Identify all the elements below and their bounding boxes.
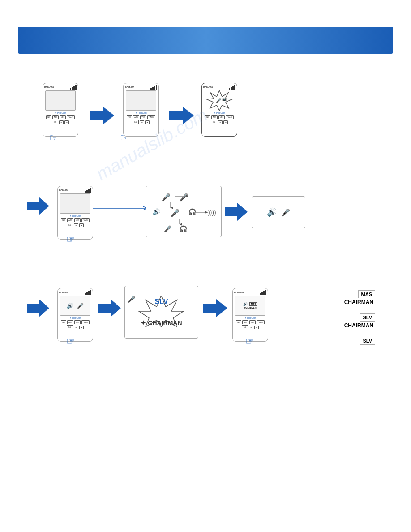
plus-btn[interactable]: + — [79, 326, 84, 329]
yes-btn[interactable]: YES — [60, 115, 66, 119]
svg-marker-27 — [203, 299, 227, 317]
talk-btn[interactable]: TALK — [226, 115, 234, 119]
no-btn[interactable]: NO — [236, 320, 241, 324]
abs-btn[interactable]: ABS — [67, 218, 73, 222]
yes-btn[interactable]: YES — [74, 218, 81, 222]
hand-pointer-2: ☞ — [120, 132, 129, 144]
buttons-row2: 0J2 − + — [67, 325, 84, 329]
0j2-btn[interactable]: 0J2 — [242, 325, 248, 329]
screen-content: 🔊 🎤 — [267, 207, 290, 217]
model-label: PCM-100 — [125, 86, 134, 89]
bar4 — [75, 85, 77, 90]
yes-btn[interactable]: YES — [249, 320, 256, 324]
bar3 — [88, 189, 90, 193]
yes-btn[interactable]: YES — [74, 320, 81, 324]
device-screen-5: 🔊 🎤 — [60, 296, 90, 316]
bar2 — [86, 292, 88, 295]
connection-line — [93, 199, 147, 217]
abs-btn[interactable]: ABS — [242, 320, 248, 324]
0j2-btn[interactable]: 0J2 — [133, 120, 139, 124]
no-btn[interactable]: NO — [61, 218, 66, 222]
model-label: PCM-100 — [44, 86, 54, 89]
slv-label-box-2: SLV — [360, 337, 375, 345]
mas-label-box: MAS — [358, 290, 375, 298]
bar4 — [90, 290, 91, 295]
model-label: PCM-100 — [59, 189, 68, 192]
device-screen — [45, 90, 76, 111]
device-top-row: PCM-100 — [44, 85, 77, 90]
svg-text:🔊: 🔊 — [153, 208, 161, 216]
minus-btn[interactable]: − — [74, 326, 78, 329]
pcm-device-2: PCM-100 ✦ PicoCast NO ABS YES TALK 0J2 −… — [123, 83, 159, 137]
talk-btn[interactable]: TALK — [147, 115, 155, 119]
bar4 — [156, 85, 157, 90]
abs-btn[interactable]: ABS — [133, 115, 139, 119]
plus-btn[interactable]: + — [79, 223, 84, 227]
burst-content: SLV ✦ CHAIRMAN — [141, 298, 182, 326]
model-label: PCM-100 — [203, 86, 213, 89]
svg-text:🎤: 🎤 — [216, 98, 222, 103]
talk-btn[interactable]: TALK — [81, 218, 90, 222]
plus-btn[interactable]: + — [64, 120, 69, 124]
pcm-device-6: PCM-100 🔊 MAS CHAIRMAN ✦ PicoCast NO ABS… — [232, 288, 268, 342]
model-label: PCM-100 — [234, 291, 244, 294]
minus-btn[interactable]: − — [140, 120, 144, 124]
picocast-logo: ✦ PicoCast — [69, 215, 81, 217]
slv-burst-label: SLV — [155, 298, 168, 306]
device-top-row: PCM-100 — [59, 188, 91, 193]
pcm-device-1: PCM-100 ✦ PicoCast NO ABS YES TALK 0J2 −… — [43, 83, 78, 137]
buttons-row2: 0J2 − + — [211, 120, 228, 124]
buttons-row2: 0J2 − + — [133, 120, 150, 124]
talk-btn[interactable]: TALK — [257, 320, 265, 324]
device-screen — [126, 90, 156, 111]
no-btn[interactable]: NO — [61, 320, 66, 324]
minus-btn[interactable]: − — [74, 223, 78, 227]
svg-text:)))): )))) — [208, 209, 216, 216]
screen-row1: 🔊 MAS — [243, 302, 257, 306]
screen-speaker: 🔊 — [67, 303, 73, 309]
bar1 — [85, 191, 86, 193]
0j2-btn[interactable]: 0J2 — [67, 223, 73, 227]
no-btn[interactable]: NO — [127, 115, 132, 119]
hand-pointer-5: ☞ — [66, 336, 75, 348]
minus-btn[interactable]: − — [249, 326, 253, 329]
abs-btn[interactable]: ABS — [67, 320, 73, 324]
arrow-6 — [98, 299, 121, 319]
device-screen — [60, 193, 90, 214]
burst-screen-container: 🎤 📷 — [204, 90, 235, 111]
bar4 — [234, 85, 235, 90]
plus-btn[interactable]: + — [254, 326, 259, 329]
0j2-btn[interactable]: 0J2 — [67, 325, 73, 329]
plus-btn[interactable]: + — [145, 120, 150, 124]
abs-btn[interactable]: ABS — [52, 115, 59, 119]
yes-btn[interactable]: YES — [218, 115, 225, 119]
bar2 — [72, 87, 73, 90]
plus-btn[interactable]: + — [223, 120, 228, 124]
model-label: PCM-100 — [59, 291, 68, 294]
picocast-logo: ✦ PicoCast — [214, 112, 225, 114]
talk-btn[interactable]: TALK — [81, 320, 90, 324]
bar2 — [261, 292, 263, 295]
arrow-1 — [90, 107, 114, 126]
yes-btn[interactable]: YES — [140, 115, 146, 119]
abs-btn[interactable]: ABS — [211, 115, 218, 119]
hand-pointer-6: ☞ — [245, 336, 254, 348]
no-btn[interactable]: NO — [205, 115, 210, 119]
bar1 — [229, 88, 230, 90]
bar2 — [86, 190, 88, 193]
signal-bars — [260, 290, 266, 295]
minus-btn[interactable]: − — [218, 120, 223, 124]
buttons-row1: NO ABS YES TALK — [61, 218, 90, 222]
mic-icon-screen: 🎤 — [281, 208, 290, 217]
no-btn[interactable]: NO — [46, 115, 51, 119]
0j2-btn[interactable]: 0J2 — [211, 120, 217, 124]
svg-marker-25 — [98, 299, 121, 317]
chairman-label-2: CHAIRMAN — [344, 322, 373, 329]
bar2 — [152, 87, 154, 90]
buttons-row1: NO ABS YES TALK — [205, 115, 234, 119]
0j2-btn[interactable]: 0J2 — [52, 120, 58, 124]
talk-btn[interactable]: TALK — [67, 115, 75, 119]
minus-btn[interactable]: − — [59, 120, 64, 124]
bar3 — [73, 86, 75, 90]
svg-text:🎤: 🎤 — [164, 225, 172, 233]
